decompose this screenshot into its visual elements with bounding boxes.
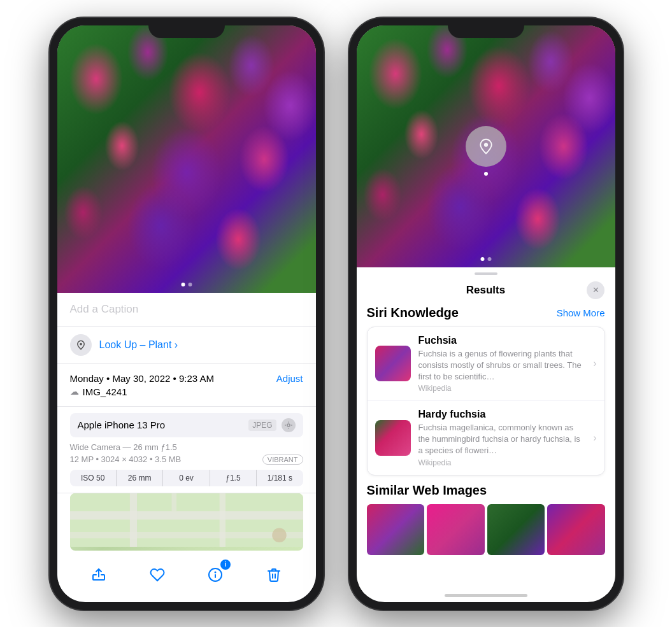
exif-shutter: 1/181 s xyxy=(257,470,303,486)
camera-details: Wide Camera — 26 mm ƒ1.5 xyxy=(70,442,303,452)
exif-ev: 0 ev xyxy=(163,470,210,486)
camera-details2: 12 MP • 3024 × 4032 • 3.5 MB VIBRANT xyxy=(70,454,303,465)
left-screen: Add a Caption Look Up – Plant › Monday •… xyxy=(57,25,316,602)
notch-right xyxy=(448,18,524,38)
adjust-button[interactable]: Adjust xyxy=(276,373,303,384)
similar-image-2[interactable] xyxy=(427,504,485,555)
caption-area[interactable]: Add a Caption xyxy=(57,293,316,327)
similar-section: Similar Web Images xyxy=(367,483,605,555)
hardy-chevron: › xyxy=(593,432,596,444)
meta-date-row: Monday • May 30, 2022 • 9:23 AM Adjust xyxy=(70,373,303,384)
siri-knowledge-title: Siri Knowledge xyxy=(367,306,459,320)
svg-rect-7 xyxy=(171,493,176,511)
lookup-icon xyxy=(70,334,92,356)
hardy-thumbnail xyxy=(375,420,411,456)
sheet-header: Results ✕ xyxy=(357,275,615,306)
lookup-label[interactable]: Look Up – Plant › xyxy=(99,339,178,351)
meta-section: Monday • May 30, 2022 • 9:23 AM Adjust ☁… xyxy=(57,364,316,407)
fuchsia-name: Fuchsia xyxy=(418,335,586,346)
visual-lookup-button[interactable] xyxy=(466,126,506,167)
vibrant-badge: VIBRANT xyxy=(262,454,303,465)
camera-settings-icon[interactable] xyxy=(282,418,296,432)
sheet-title: Results xyxy=(466,284,505,297)
left-phone: Add a Caption Look Up – Plant › Monday •… xyxy=(50,18,324,610)
photo-area[interactable] xyxy=(57,25,316,293)
fuchsia-chevron: › xyxy=(593,358,596,369)
svg-point-1 xyxy=(287,423,289,426)
fuchsia-item[interactable]: Fuchsia Fuchsia is a genus of flowering … xyxy=(368,327,604,402)
share-button[interactable] xyxy=(87,563,110,586)
right-phone: Results ✕ Siri Knowledge Show More Fuchs… xyxy=(349,18,623,610)
svg-rect-2 xyxy=(70,493,303,547)
favorite-button[interactable] xyxy=(146,563,169,586)
fuchsia-description: Fuchsia is a genus of flowering plants t… xyxy=(418,348,586,383)
info-button[interactable]: i xyxy=(204,563,227,586)
similar-title: Similar Web Images xyxy=(367,483,605,498)
fuchsia-thumbnail xyxy=(375,346,411,381)
cloud-icon: ☁ xyxy=(70,386,79,397)
similar-image-4[interactable] xyxy=(547,504,605,555)
similar-grid xyxy=(367,504,605,555)
fuchsia-source: Wikipedia xyxy=(418,384,586,393)
flower-background xyxy=(57,25,316,293)
meta-filename: IMG_4241 xyxy=(83,386,127,397)
right-photo-area[interactable] xyxy=(357,25,615,267)
meta-date: Monday • May 30, 2022 • 9:23 AM xyxy=(70,373,214,384)
knowledge-card: Fuchsia Fuchsia is a genus of flowering … xyxy=(367,327,605,476)
right-home-indicator xyxy=(445,594,527,597)
svg-point-8 xyxy=(272,528,287,542)
results-content: Siri Knowledge Show More Fuchsia Fuchsia… xyxy=(357,306,615,594)
hardy-info: Hardy fuchsia Fuchsia magellanica, commo… xyxy=(418,409,586,467)
caption-placeholder[interactable]: Add a Caption xyxy=(70,303,139,315)
exif-focal: 26 mm xyxy=(117,470,163,486)
info-badge: i xyxy=(220,560,231,570)
lookup-row[interactable]: Look Up – Plant › xyxy=(57,327,316,364)
svg-point-12 xyxy=(483,143,487,146)
right-page-indicator xyxy=(480,257,491,261)
hardy-source: Wikipedia xyxy=(418,458,586,467)
hardy-name: Hardy fuchsia xyxy=(418,409,586,420)
bottom-toolbar: i xyxy=(57,556,316,599)
right-screen: Results ✕ Siri Knowledge Show More Fuchs… xyxy=(357,25,615,602)
hardy-fuchsia-item[interactable]: Hardy fuchsia Fuchsia magellanica, commo… xyxy=(368,401,604,475)
camera-specs: 12 MP • 3024 × 4032 • 3.5 MB xyxy=(70,454,182,464)
exif-aperture: ƒ1.5 xyxy=(210,470,257,486)
page-indicator xyxy=(181,283,192,286)
meta-filename-row: ☁ IMG_4241 xyxy=(70,386,303,397)
svg-rect-3 xyxy=(70,511,303,519)
notch xyxy=(148,18,225,38)
delete-button[interactable] xyxy=(262,563,285,586)
results-sheet: Results ✕ Siri Knowledge Show More Fuchs… xyxy=(357,267,615,594)
svg-rect-5 xyxy=(219,493,225,547)
lookup-dot xyxy=(484,172,488,176)
close-button[interactable]: ✕ xyxy=(587,281,604,299)
exif-row: ISO 50 26 mm 0 ev ƒ1.5 1/181 s xyxy=(70,470,303,486)
camera-badges: JPEG xyxy=(248,418,295,432)
similar-image-1[interactable] xyxy=(367,504,425,555)
camera-section: Apple iPhone 13 Pro JPEG Wide Camera — 2… xyxy=(57,407,316,493)
exif-iso: ISO 50 xyxy=(70,470,117,486)
camera-header: Apple iPhone 13 Pro JPEG xyxy=(70,413,303,437)
svg-point-0 xyxy=(80,342,82,345)
similar-image-3[interactable] xyxy=(487,504,545,555)
show-more-button[interactable]: Show More xyxy=(557,307,605,318)
hardy-description: Fuchsia magellanica, commonly known as t… xyxy=(418,422,586,457)
siri-knowledge-header: Siri Knowledge Show More xyxy=(367,306,605,320)
camera-model: Apple iPhone 13 Pro xyxy=(78,419,166,430)
map-preview[interactable] xyxy=(70,493,303,551)
svg-rect-4 xyxy=(129,493,136,547)
fuchsia-info: Fuchsia Fuchsia is a genus of flowering … xyxy=(418,335,586,393)
svg-rect-6 xyxy=(70,532,303,537)
jpeg-badge: JPEG xyxy=(248,419,276,431)
